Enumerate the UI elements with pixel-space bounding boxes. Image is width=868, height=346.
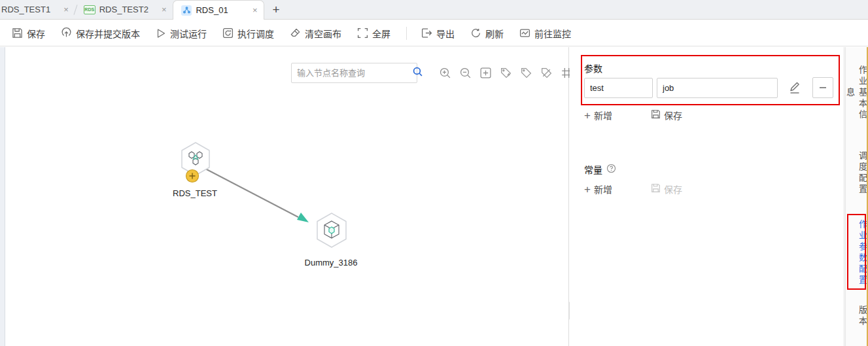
execute-schedule-button[interactable]: 执行调度 (222, 27, 274, 40)
zoom-in-icon[interactable] (438, 65, 452, 80)
plus-icon: + (584, 184, 591, 195)
node-dummy-3186[interactable] (304, 209, 362, 262)
zoom-out-icon[interactable] (458, 65, 472, 80)
refresh-button[interactable]: 刷新 (470, 27, 504, 40)
param-value-input[interactable] (657, 78, 778, 98)
tab-job-basic-info[interactable]: 作业基本信息 (846, 60, 868, 126)
fullscreen-button[interactable]: 全屏 (357, 27, 391, 40)
upload-version-icon (61, 27, 72, 39)
remove-param-button[interactable] (812, 77, 833, 98)
workflow-editor-window: RDS_TEST1 × RDS RDS_TEST2 × RDS_01 × + 保… (0, 0, 868, 346)
test-run-button[interactable]: 测试运行 (156, 27, 207, 40)
play-icon (156, 28, 166, 39)
eraser-icon (290, 27, 301, 39)
save-icon (651, 109, 661, 121)
document-tab-bar: RDS_TEST1 × RDS RDS_TEST2 × RDS_01 × + (0, 0, 868, 20)
node-label-dummy-3186: Dummy_3186 (292, 258, 370, 268)
job-parameter-panel: 参数 + 新增 保存 常量 (570, 47, 844, 346)
add-param-button[interactable]: + 新增 (584, 109, 612, 122)
node-search-box (291, 63, 417, 83)
fullscreen-icon (357, 27, 368, 39)
params-section-title: 参数 (584, 61, 602, 75)
right-tab-strip: 作业基本信息 调度配置 作业参数配置 版本 (845, 47, 868, 346)
clear-canvas-button[interactable]: 清空画布 (290, 27, 341, 40)
constants-section-title: 常量 (584, 163, 616, 176)
schedule-icon (222, 27, 234, 39)
tab-label: RDS_TEST1 (1, 5, 50, 14)
tag-off-icon[interactable] (539, 65, 553, 80)
close-icon[interactable]: × (63, 5, 69, 14)
dag-icon (181, 5, 192, 16)
save-icon (651, 183, 661, 195)
search-icon[interactable] (412, 66, 423, 80)
editor-toolbar: 保存 保存并提交版本 测试运行 执行调度 清空画布 全屏 导出 刷新 (0, 20, 868, 46)
left-collapsed-strip (0, 47, 5, 346)
close-icon[interactable]: × (162, 5, 167, 14)
node-rds-test[interactable] (166, 137, 225, 190)
tab-label: RDS_01 (196, 5, 228, 15)
export-icon (421, 27, 432, 39)
tab-schedule-config[interactable]: 调度配置 (846, 147, 868, 199)
dag-canvas[interactable]: RDS_TEST Dummy_3186 (6, 47, 569, 346)
tab-version[interactable]: 版本 (846, 303, 868, 330)
tab-job-parameter-config[interactable]: 作业参数配置 (846, 218, 868, 288)
main-area: RDS_TEST Dummy_3186 参数 (0, 47, 868, 346)
plus-icon: + (584, 110, 591, 121)
add-constant-button[interactable]: + 新增 (584, 182, 612, 196)
monitor-icon (519, 27, 530, 39)
save-submit-version-button[interactable]: 保存并提交版本 (61, 27, 140, 40)
save-params-button[interactable]: 保存 (651, 109, 682, 122)
tab-rds-test2[interactable]: RDS RDS_TEST2 × (76, 0, 173, 19)
fit-view-icon[interactable] (478, 65, 493, 80)
tab-label: RDS_TEST2 (99, 5, 148, 14)
rds-badge-icon: RDS (84, 5, 95, 14)
close-icon[interactable]: × (252, 5, 258, 15)
tag-add-icon[interactable] (498, 65, 513, 80)
toolbar-divider (406, 27, 407, 40)
refresh-icon (470, 27, 481, 39)
node-label-rds-test: RDS_TEST (156, 188, 234, 198)
go-to-monitor-button[interactable]: 前往监控 (519, 27, 571, 40)
tab-rds-01[interactable]: RDS_01 × (173, 0, 264, 20)
add-tab-button[interactable]: + (264, 3, 287, 17)
edit-pencil-icon[interactable] (788, 80, 803, 95)
export-button[interactable]: 导出 (421, 27, 455, 40)
tag-icon[interactable] (519, 65, 533, 80)
save-constants-button[interactable]: 保存 (651, 182, 682, 196)
save-button[interactable]: 保存 (12, 27, 45, 40)
help-icon[interactable] (606, 164, 616, 175)
param-name-input[interactable] (584, 78, 653, 98)
tab-rds-test1[interactable]: RDS_TEST1 × (0, 0, 75, 19)
node-search-input[interactable] (297, 68, 412, 78)
save-icon (12, 27, 23, 39)
